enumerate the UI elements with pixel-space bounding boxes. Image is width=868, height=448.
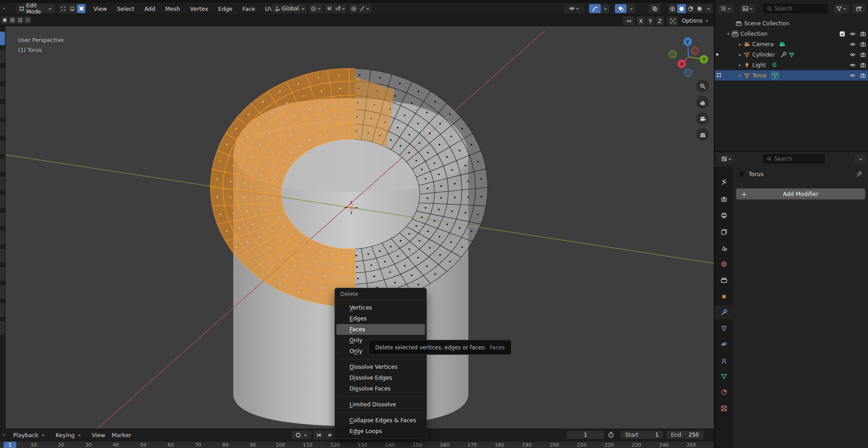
transform-orientation-dropdown[interactable]: Global — [271, 4, 307, 13]
prev-keyframe-button[interactable] — [324, 430, 334, 439]
shading-material-button[interactable] — [686, 4, 695, 13]
proportional-editing-button[interactable] — [349, 4, 358, 13]
outliner-row-torus[interactable]: ▸Torus — [715, 70, 868, 81]
snap-proximity-button[interactable] — [667, 16, 678, 25]
hide-eye-toggle-icon[interactable] — [847, 72, 858, 79]
timeline-editor-chevron-icon[interactable] — [1, 432, 6, 437]
xray-toggle-button[interactable] — [649, 4, 660, 13]
render-visibility-toggle-icon[interactable] — [858, 31, 868, 37]
menu-select[interactable]: Select — [112, 5, 140, 12]
properties-collapse-button[interactable] — [855, 154, 866, 163]
menu-vertex[interactable]: Vertex — [185, 5, 213, 12]
gizmo-neg-z-handle[interactable] — [684, 69, 692, 76]
select-subtract-button[interactable] — [16, 16, 24, 24]
properties-tab-render[interactable] — [715, 192, 733, 206]
select-intersect-button[interactable] — [24, 16, 31, 24]
properties-tab-world[interactable] — [715, 257, 733, 271]
jump-start-button[interactable] — [314, 430, 324, 439]
shading-dropdown[interactable] — [704, 4, 712, 13]
frame-start-field[interactable]: Start 1 — [620, 430, 664, 439]
overlays-dropdown[interactable] — [627, 4, 635, 13]
properties-tab-modifiers[interactable] — [715, 305, 733, 319]
object-visibility-dropdown[interactable] — [564, 4, 584, 13]
disclosure-caret-icon[interactable]: ▸ — [736, 73, 744, 78]
tool-button[interactable] — [0, 303, 5, 317]
zoom-button[interactable] — [696, 80, 709, 92]
properties-editor-type-dropdown[interactable] — [718, 154, 735, 163]
playhead[interactable]: 1 — [4, 442, 16, 448]
camera-view-button[interactable] — [696, 112, 709, 125]
tool-button[interactable] — [0, 285, 5, 299]
menu-item-edges[interactable]: Edges — [335, 313, 426, 324]
shading-wireframe-button[interactable] — [668, 4, 677, 13]
outliner-search[interactable] — [763, 4, 827, 13]
snap-toggle-button[interactable] — [325, 4, 334, 13]
hide-eye-toggle-icon[interactable] — [847, 62, 858, 68]
tool-button[interactable] — [0, 249, 5, 262]
mirror-x-button[interactable]: X — [637, 16, 645, 25]
face-select-button[interactable] — [77, 4, 85, 13]
menu-add[interactable]: Add — [139, 5, 160, 12]
falloff-dropdown[interactable] — [359, 4, 371, 13]
vertex-select-button[interactable] — [59, 4, 67, 13]
tool-button[interactable] — [0, 213, 5, 226]
mirror-z-button[interactable]: Z — [656, 16, 664, 25]
outliner-editor-type-dropdown[interactable] — [718, 4, 733, 13]
auto-keyframe-button[interactable] — [291, 430, 312, 439]
properties-tab-particles[interactable] — [715, 321, 733, 335]
menu-item-faces[interactable]: Faces — [336, 324, 425, 335]
stopwatch-icon[interactable] — [608, 431, 614, 438]
menu-face[interactable]: Face — [237, 5, 260, 12]
properties-search[interactable] — [763, 154, 825, 163]
new-collection-button[interactable] — [853, 4, 865, 13]
tool-button[interactable] — [0, 321, 5, 335]
editor-type-chevron-icon[interactable] — [1, 6, 6, 11]
render-visibility-toggle-icon[interactable] — [858, 41, 868, 48]
menu-item-dissolve-faces[interactable]: Dissolve Faces — [335, 383, 426, 394]
properties-tab-object[interactable] — [715, 290, 733, 303]
mode-dropdown[interactable]: Edit Mode — [16, 4, 55, 13]
outliner-filter-dropdown[interactable] — [834, 4, 849, 13]
disclosure-caret-icon[interactable]: ▸ — [736, 62, 744, 67]
menu-view[interactable]: View — [89, 5, 112, 12]
properties-tab-scene[interactable] — [715, 241, 733, 255]
tool-button[interactable] — [0, 158, 5, 172]
properties-tab-view-layer[interactable] — [715, 225, 733, 238]
select-extend-button[interactable] — [9, 16, 16, 24]
outliner-row-light[interactable]: ▸Light — [715, 60, 868, 70]
menu-item-limited-dissolve[interactable]: Limited Dissolve — [335, 399, 426, 410]
tool-button[interactable] — [0, 86, 5, 100]
tool-button[interactable] — [0, 68, 5, 81]
disclosure-caret-icon[interactable]: ▾ — [725, 31, 732, 36]
properties-tab-constraints[interactable] — [715, 354, 733, 368]
menu-item-edge-loops[interactable]: Edge Loops — [335, 426, 426, 437]
keying-menu[interactable]: Keying — [52, 430, 85, 440]
tool-button[interactable] — [0, 50, 5, 63]
mirror-y-button[interactable]: Y — [646, 16, 655, 25]
outliner-search-input[interactable] — [774, 5, 824, 12]
current-frame-field[interactable]: 1 — [566, 430, 604, 439]
add-modifier-button[interactable]: + Add Modifier — [736, 188, 865, 200]
gizmo-dropdown[interactable] — [601, 4, 609, 13]
menu-edge[interactable]: Edge — [213, 5, 237, 12]
render-visibility-toggle-icon[interactable] — [858, 62, 868, 68]
menu-item-dissolve-vertices[interactable]: Dissolve Vertices — [335, 362, 426, 372]
tool-button[interactable] — [0, 104, 5, 118]
hide-eye-toggle-icon[interactable] — [847, 41, 858, 48]
outliner-row-cylinder[interactable]: ▸Cylinder — [715, 49, 868, 60]
properties-tab-material[interactable] — [715, 385, 733, 399]
snap-target-dropdown[interactable] — [334, 4, 347, 13]
render-visibility-toggle-icon[interactable] — [858, 72, 868, 79]
navigation-gizmo[interactable]: Z Y X — [665, 29, 715, 80]
properties-tab-tool[interactable] — [715, 176, 733, 189]
tool-button[interactable] — [0, 32, 5, 45]
playback-menu[interactable]: Playback — [10, 430, 49, 440]
tool-button[interactable] — [0, 140, 5, 154]
properties-tab-physics[interactable] — [715, 337, 733, 351]
frame-end-field[interactable]: End 250 — [666, 430, 704, 439]
gizmo-neg-x-handle[interactable] — [691, 47, 698, 54]
ortho-toggle-button[interactable] — [696, 128, 709, 141]
outliner-row-camera[interactable]: ▸Camera — [715, 39, 868, 49]
exclude-checkbox-icon[interactable] — [837, 31, 847, 37]
hide-eye-toggle-icon[interactable] — [847, 31, 858, 37]
